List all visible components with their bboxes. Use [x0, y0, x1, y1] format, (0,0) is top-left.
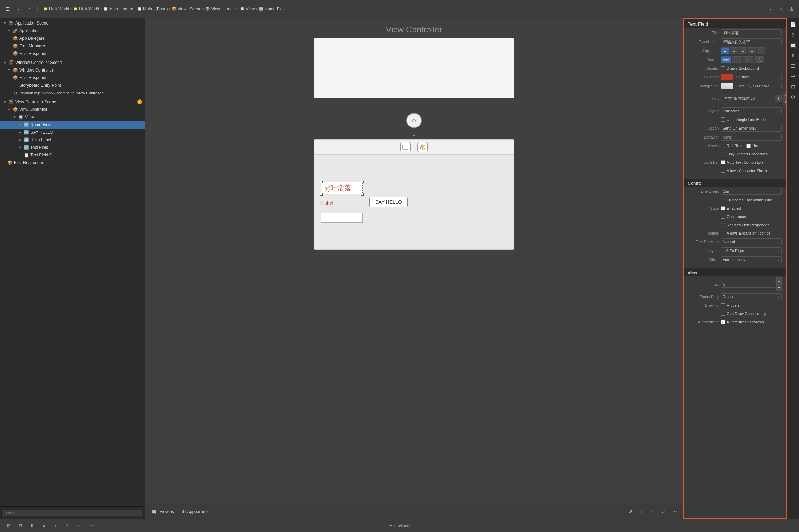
disc-app[interactable]: ▼ [7, 29, 11, 33]
scene-header-window[interactable]: ▼ 🎬 Window Controller Scene [0, 59, 145, 66]
font-t-btn[interactable]: T [775, 95, 782, 102]
breadcrumb-item-1[interactable]: 📁 HelloWorld [73, 7, 99, 11]
border-none-btn[interactable]: ▭▭ [721, 56, 731, 63]
align-center-btn[interactable]: ≡ [730, 47, 738, 54]
nav-item-font-manager[interactable]: 📦 Font Manager [0, 42, 145, 50]
bg-color-select[interactable]: Default (Text Backg... ⌄ [735, 83, 782, 89]
text-color-select[interactable]: Custom ⌄ [735, 74, 782, 80]
undo-check[interactable]: ✓ [746, 144, 751, 148]
nav-item-text-field-cell[interactable]: 📋 Text Field Cell [0, 151, 145, 159]
nav-item-relationship[interactable]: ⊙ Relationship "window content" to "View… [0, 89, 145, 97]
font-size-up-btn[interactable]: ▲ [783, 92, 787, 98]
align-right-btn[interactable]: ≡ [739, 47, 747, 54]
breadcrumb-item-4[interactable]: 📦 View...Scene [172, 7, 201, 11]
rich-text-check[interactable] [721, 144, 725, 148]
say-hello-button[interactable]: SAY HELLO [369, 197, 408, 207]
behavior-select[interactable]: None ⌄ [721, 134, 782, 141]
border-line-btn[interactable]: □ [732, 56, 742, 63]
rt-grid-btn[interactable]: ⊞ [789, 82, 798, 91]
rt-help-btn[interactable]: ? [789, 30, 798, 39]
single-line-check[interactable] [721, 117, 725, 122]
char-picker-check[interactable] [721, 169, 725, 173]
disc-text-field[interactable]: ▼ [18, 145, 22, 150]
disclosure-application[interactable]: ▼ [3, 21, 7, 25]
nav-forward-btn[interactable]: › [25, 4, 35, 14]
bt-settings-btn[interactable]: ▲ [39, 522, 48, 530]
rt-settings-btn[interactable]: ⚙ [789, 93, 798, 102]
tooltips-check[interactable] [721, 231, 725, 235]
more-btn[interactable]: ⋯ [670, 507, 679, 516]
disc-name-field[interactable]: ▶ [18, 123, 22, 127]
action-select[interactable]: Send On Enter Only ⌄ [721, 125, 782, 132]
mirror-select[interactable]: Automatically ⌄ [721, 256, 782, 263]
nav-item-name-field[interactable]: ▶ 🔤 Name Field [0, 121, 145, 129]
align-left-btn[interactable]: ≡ [721, 47, 729, 54]
breadcrumb-item-3[interactable]: 📋 Main...(Base) [137, 7, 168, 11]
nav-item-app-delegate[interactable]: 📦 App Delegate [0, 35, 145, 42]
layout-select[interactable]: Truncates ⌄ [721, 107, 782, 114]
tag-up-btn[interactable]: ▲ [776, 277, 782, 284]
breadcrumb-item-0[interactable]: 📁 HelloWorld [43, 7, 69, 11]
name-field-selected[interactable]: @叶常落 [321, 182, 363, 194]
refresh-btn[interactable]: ↺ [626, 507, 634, 516]
continuous-check[interactable] [721, 215, 725, 219]
nav-item-view[interactable]: ▼ 🔲 View [0, 113, 145, 121]
can-draw-check[interactable] [721, 312, 725, 316]
expand-btn[interactable]: ⤢ [659, 507, 668, 516]
breadcrumb-fwd-btn[interactable]: › [776, 4, 786, 14]
nav-item-first-responder-1[interactable]: 📦 First Responder [0, 74, 145, 82]
disc-vc[interactable]: ▼ [7, 107, 11, 112]
focus-ring-select[interactable]: Default ⌄ [721, 293, 782, 300]
nav-item-window-controller[interactable]: ▼ 📦 Window Controller [0, 66, 145, 74]
nav-item-first-responder-2[interactable]: 📦 First Responder [0, 159, 145, 167]
bt-share-btn[interactable]: ✂ [63, 522, 72, 530]
nav-item-application[interactable]: ▼ 🚀 Application [0, 27, 145, 35]
rt-file-btn[interactable]: 📄 [789, 20, 798, 29]
rt-back-btn[interactable]: ↩ [789, 72, 798, 81]
sidebar-toggle-btn[interactable]: ☰ [3, 4, 12, 14]
breadcrumb-item-5[interactable]: 📦 View...ntroller [205, 7, 236, 11]
download-btn[interactable]: ↓ [637, 507, 646, 516]
align-justify-btn[interactable]: ≡ [748, 47, 756, 54]
nav-item-view-controller[interactable]: ▼ 📦 View Controller [0, 106, 145, 113]
nav-item-text-field[interactable]: ▼ 🔤 Text Field [0, 144, 145, 151]
hidden-check[interactable] [721, 303, 725, 307]
rt-inspector-btn[interactable]: 🔲 [789, 41, 798, 50]
bt-edit-btn[interactable]: ✏ [75, 522, 84, 530]
refuses-check[interactable] [721, 223, 725, 227]
auto-text-check[interactable]: ✓ [721, 160, 725, 164]
bt-info-btn[interactable]: ℹ [51, 522, 60, 530]
scene-header-application[interactable]: ▼ 🎬 Application Scene [0, 19, 145, 27]
font-input[interactable] [721, 95, 773, 102]
bt-tab-btn[interactable]: ⊓ [16, 522, 25, 530]
disclosure-vc[interactable]: ▼ [3, 100, 7, 104]
warning-btn[interactable]: ⚠ [787, 4, 796, 14]
empty-textfield[interactable] [321, 213, 363, 223]
scene-header-vc[interactable]: ▼ 🎬 View Controller Scene ! [0, 98, 145, 106]
breadcrumb-item-2[interactable]: 📋 Main....board [103, 7, 133, 11]
disclosure-window[interactable]: ▼ [3, 60, 7, 65]
canvas-device-btn[interactable]: ▣ [149, 507, 158, 516]
bt-more-btn[interactable]: ⋯ [86, 522, 95, 530]
autoresizes-check[interactable]: ✓ [721, 320, 725, 324]
placeholder-input[interactable] [721, 38, 782, 45]
nav-item-first-responder-0[interactable]: 📦 First Responder [0, 50, 145, 57]
enabled-check[interactable]: ✓ [721, 206, 725, 210]
draws-background-check[interactable] [721, 66, 725, 70]
rt-upload-btn[interactable]: ⬆ [789, 51, 798, 60]
nav-back-btn[interactable]: ‹ [14, 4, 24, 14]
breadcrumb-item-7[interactable]: 🔤 Name Field [259, 7, 286, 11]
nav-item-hello-label[interactable]: ▶ 🔤 Hello Label [0, 136, 145, 144]
disc-hello-label[interactable]: ▶ [18, 138, 22, 142]
bt-pause-btn[interactable]: ⏸ [28, 522, 37, 530]
disc-window-ctrl[interactable]: ▼ [7, 68, 11, 72]
text-color-swatch[interactable] [721, 74, 733, 80]
nav-item-storyboard-entry[interactable]: → Storyboard Entry Point [0, 82, 145, 89]
disc-view[interactable]: ▼ [12, 115, 17, 119]
disc-say-hello[interactable]: ▶ [18, 130, 22, 134]
tag-down-btn[interactable]: ▼ [776, 284, 782, 291]
border-round-btn[interactable]: ◯ [754, 56, 764, 63]
filter-input[interactable] [3, 510, 142, 516]
title-input[interactable] [721, 29, 782, 36]
layout-direction-select[interactable]: Left To Right ⌄ [721, 247, 782, 254]
